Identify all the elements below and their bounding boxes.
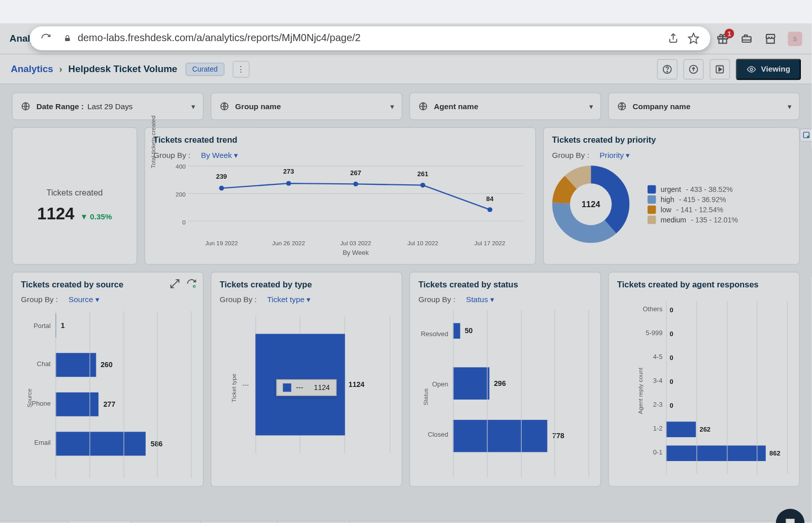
groupby-dropdown[interactable]: Priority ▾: [600, 150, 630, 159]
star-icon[interactable]: [688, 32, 700, 45]
svg-point-13: [750, 68, 753, 71]
curated-tag: Curated: [186, 62, 224, 76]
kpi-delta: ▼ 0.35%: [80, 212, 112, 221]
refresh-icon[interactable]: [41, 33, 51, 44]
url-text[interactable]: demo-labs.freshdesk.com/a/analytics/repo…: [78, 32, 659, 45]
globe-icon: [418, 102, 428, 111]
share-icon[interactable]: [667, 32, 680, 45]
chevron-down-icon: ▾: [390, 102, 394, 111]
expand-icon[interactable]: [170, 278, 180, 289]
gift-icon[interactable]: 1: [716, 32, 729, 45]
card-title: Tickets created by priority: [552, 135, 791, 145]
groupby-dropdown[interactable]: Ticket type ▾: [267, 295, 311, 304]
kebab-menu-button[interactable]: ⋮: [232, 61, 249, 78]
svg-point-24: [420, 183, 425, 187]
svg-point-32: [807, 136, 809, 138]
donut-total: 1124: [570, 183, 612, 225]
globe-icon: [220, 102, 229, 111]
help-icon[interactable]: [657, 59, 678, 79]
browser-url-bar[interactable]: demo-labs.freshdesk.com/a/analytics/repo…: [30, 26, 710, 50]
page-tabs: Overview Created Resolved Unresolved Reo…: [0, 521, 811, 523]
svg-marker-12: [719, 67, 722, 71]
kpi-label: Tickets created: [21, 187, 128, 197]
svg-point-23: [353, 182, 358, 186]
donut-chart: 1124: [552, 166, 630, 243]
chart-tickets-by-priority: Tickets created by priority Group By : P…: [543, 127, 800, 265]
chat-launcher-icon[interactable]: [776, 509, 804, 523]
chart-tickets-created-trend: Tickets created trend Group By : By Week…: [145, 127, 536, 265]
svg-point-9: [667, 71, 667, 72]
play-square-icon[interactable]: [709, 59, 730, 79]
groupby-dropdown[interactable]: By Week ▾: [201, 150, 238, 159]
priority-legend: urgent- 433 - 38.52% high- 415 - 36.92% …: [648, 183, 738, 225]
chevron-down-icon: ▾: [788, 102, 792, 111]
svg-rect-7: [742, 37, 751, 42]
filter-group[interactable]: Group name ▾: [211, 92, 402, 120]
card-title: Tickets created by source: [21, 280, 194, 289]
kpi-tickets-created: Tickets created 1124 ▼ 0.35%: [12, 127, 138, 265]
svg-rect-0: [65, 38, 70, 41]
legend-swatch: [283, 383, 291, 391]
svg-marker-1: [689, 34, 699, 44]
svg-point-21: [219, 186, 224, 190]
filter-row: Date Range : Last 29 Days ▾ Group name ▾…: [0, 84, 811, 125]
side-handle-icon[interactable]: [800, 128, 812, 142]
chevron-down-icon: ▾: [589, 102, 593, 111]
chart-tickets-by-agent-responses: Tickets created by agent responses Agent…: [608, 272, 799, 486]
kpi-value: 1124: [37, 204, 74, 223]
filter-date-range[interactable]: Date Range : Last 29 Days ▾: [12, 92, 204, 120]
chart-tickets-by-source: Tickets created by source Group By : Sou…: [12, 272, 204, 486]
avatar[interactable]: s: [788, 31, 802, 46]
svg-point-25: [487, 207, 492, 212]
lock-icon: [63, 34, 72, 42]
chart-tooltip: --- 1124: [276, 379, 336, 396]
notification-badge: 1: [725, 28, 734, 38]
chevron-right-icon: ›: [59, 63, 62, 74]
chevron-down-icon: ▾: [191, 102, 195, 111]
refresh-widget-icon[interactable]: [186, 278, 197, 289]
filter-agent[interactable]: Agent name ▾: [410, 92, 601, 120]
svg-point-22: [286, 181, 291, 185]
globe-icon: [617, 102, 627, 111]
groupby-dropdown[interactable]: Status ▾: [466, 295, 494, 304]
upload-icon[interactable]: [684, 59, 704, 79]
chart-tickets-by-type: Tickets created by type Group By : Ticke…: [211, 272, 402, 486]
globe-icon: [21, 102, 30, 111]
breadcrumb-bar: Analytics › Helpdesk Ticket Volume Curat…: [0, 54, 811, 84]
cash-register-icon[interactable]: [740, 32, 753, 45]
eye-icon: [747, 64, 756, 74]
filter-company[interactable]: Company name ▾: [608, 92, 799, 120]
groupby-dropdown[interactable]: Source ▾: [69, 295, 99, 304]
breadcrumb-root[interactable]: Analytics: [11, 63, 53, 74]
page-title: Helpdesk Ticket Volume: [69, 63, 178, 74]
viewing-button[interactable]: Viewing: [736, 58, 801, 80]
store-icon[interactable]: [764, 32, 777, 45]
card-title: Tickets created trend: [153, 135, 527, 145]
chart-tickets-by-status: Tickets created by status Group By : Sta…: [410, 272, 601, 486]
